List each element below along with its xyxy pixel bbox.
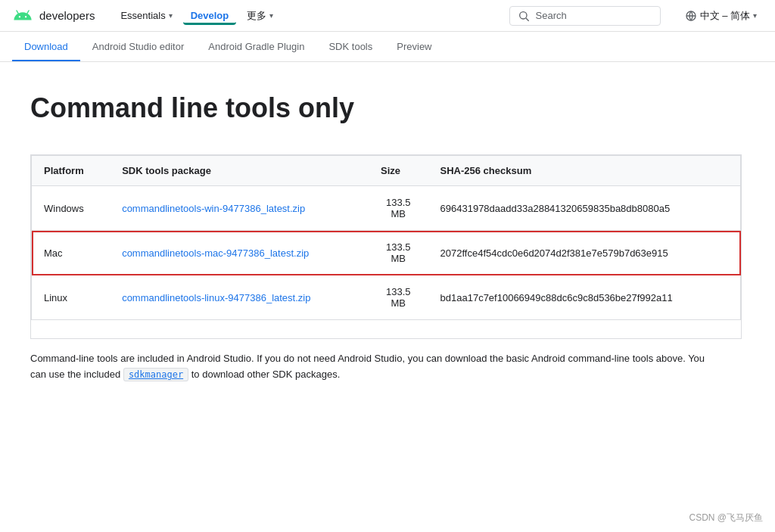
chevron-down-icon: ▾ [169, 11, 173, 20]
download-link[interactable]: commandlinetools-mac-9477386_latest.zip [122, 247, 309, 259]
tab-preview[interactable]: Preview [384, 32, 444, 61]
language-selector[interactable]: 中文 – 简体 ▾ [679, 6, 763, 26]
top-navigation: developers Essentials ▾ Develop 更多 ▾ Sea… [0, 0, 775, 32]
sub-navigation: Download Android Studio editor Android G… [0, 32, 775, 62]
size-cell: 133.5 MB [369, 186, 428, 231]
size-cell: 133.5 MB [369, 275, 428, 320]
tab-download[interactable]: Download [12, 32, 80, 61]
package-cell: commandlinetools-mac-9477386_latest.zip [110, 231, 369, 275]
tab-sdk-tools[interactable]: SDK tools [316, 32, 384, 61]
logo-text: developers [39, 9, 95, 22]
android-logo-icon [12, 5, 33, 26]
nav-more[interactable]: 更多 ▾ [239, 6, 281, 26]
svg-line-1 [526, 18, 529, 21]
col-platform: Platform [32, 156, 110, 186]
package-cell: commandlinetools-win-9477386_latest.zip [110, 186, 369, 231]
package-cell: commandlinetools-linux-9477386_latest.zi… [110, 275, 369, 320]
download-table: Platform SDK tools package Size SHA-256 … [31, 155, 741, 320]
search-label: Search [536, 10, 567, 21]
download-table-wrapper: Platform SDK tools package Size SHA-256 … [30, 154, 742, 339]
col-size: Size [369, 156, 428, 186]
table-row: Windowscommandlinetools-win-9477386_late… [32, 186, 741, 231]
search-bar[interactable]: Search [509, 6, 661, 26]
logo-link[interactable]: developers [12, 5, 95, 26]
platform-cell: Linux [32, 275, 110, 320]
table-header: Platform SDK tools package Size SHA-256 … [32, 156, 741, 186]
platform-cell: Mac [32, 231, 110, 275]
nav-items: Essentials ▾ Develop 更多 ▾ [113, 6, 490, 26]
tab-android-gradle-plugin[interactable]: Android Gradle Plugin [196, 32, 316, 61]
download-link[interactable]: commandlinetools-win-9477386_latest.zip [122, 203, 305, 214]
col-checksum: SHA-256 checksum [428, 156, 741, 186]
tab-android-studio-editor[interactable]: Android Studio editor [80, 32, 196, 61]
globe-icon [685, 10, 697, 22]
nav-develop[interactable]: Develop [183, 7, 237, 25]
table-row: Linuxcommandlinetools-linux-9477386_late… [32, 275, 741, 320]
chevron-down-icon-more: ▾ [269, 11, 273, 20]
description-text-2: to download other SDK packages. [188, 369, 340, 380]
main-content: Command line tools only Platform SDK too… [0, 62, 772, 398]
col-sdk-package: SDK tools package [110, 156, 369, 186]
chevron-down-lang-icon: ▾ [753, 11, 757, 20]
download-link[interactable]: commandlinetools-linux-9477386_latest.zi… [122, 292, 310, 303]
sdkmanager-link[interactable]: sdkmanager [123, 368, 188, 381]
checksum-cell: 696431978daadd33a28841320659835ba8db8080… [428, 186, 741, 231]
search-icon [518, 10, 530, 22]
page-title: Command line tools only [30, 92, 742, 124]
svg-point-0 [519, 11, 526, 18]
size-cell: 133.5 MB [369, 231, 428, 275]
table-body: Windowscommandlinetools-win-9477386_late… [32, 186, 741, 320]
nav-essentials[interactable]: Essentials ▾ [113, 7, 179, 24]
table-row: Maccommandlinetools-mac-9477386_latest.z… [32, 231, 741, 275]
checksum-cell: bd1aa17c7ef10066949c88dc6c9c8d536be27f99… [428, 275, 741, 320]
description-text: Command-line tools are included in Andro… [30, 351, 711, 383]
platform-cell: Windows [32, 186, 110, 231]
checksum-cell: 2072ffce4f54cdc0e6d2074d2f381e7e579b7d63… [428, 231, 741, 275]
